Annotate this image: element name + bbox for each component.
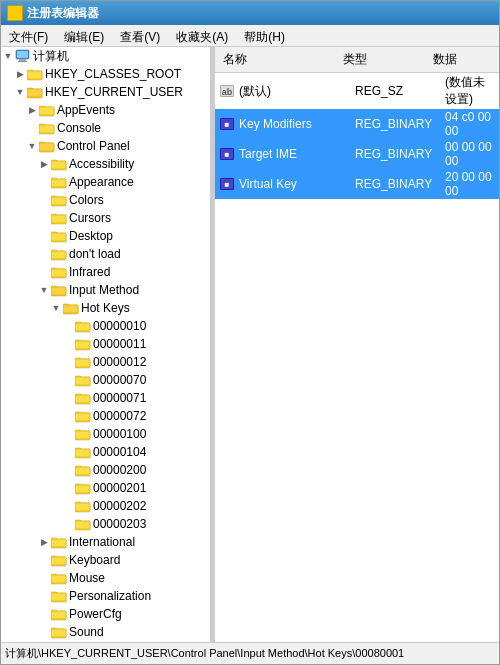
svg-rect-110 [51,539,66,547]
tree-item-hk00000203[interactable]: 00000203 [1,515,210,533]
tree-label-accessibility: Accessibility [69,157,134,171]
tree-item-infrared[interactable]: Infrared [1,263,210,281]
svg-rect-90 [75,449,90,457]
reg-row-keymod[interactable]: ■Key ModifiersREG_BINARY04 c0 00 00 [215,109,499,139]
tree-label-hk00000104: 00000104 [93,445,146,459]
tree-expander-hk00000070 [61,371,75,389]
tree-expander-hk00000200 [61,461,75,479]
tree-item-accessibility[interactable]: ▶ Accessibility [1,155,210,173]
svg-rect-130 [51,629,66,637]
tree-item-hk00000010[interactable]: 00000010 [1,317,210,335]
tree-item-hk00000200[interactable]: 00000200 [1,461,210,479]
svg-rect-10 [27,89,42,97]
tree-item-desktop[interactable]: Desktop [1,227,210,245]
tree-expander-appearance [37,173,51,191]
tree-item-hk00000201[interactable]: 00000201 [1,479,210,497]
reg-cell-name-default: (默认) [239,83,355,100]
menu-item-v[interactable]: 查看(V) [112,27,168,44]
tree-item-hk00000012[interactable]: 00000012 [1,353,210,371]
tree-item-hk00000011[interactable]: 00000011 [1,335,210,353]
tree-item-mouse[interactable]: Mouse [1,569,210,587]
folder-icon [27,67,43,81]
folder-icon [51,247,67,261]
tree-label-desktop: Desktop [69,229,113,243]
tree-item-controlpanel[interactable]: ▼ Control Panel [1,137,210,155]
tree-expander-hotkeys[interactable]: ▼ [49,299,63,317]
tree-expander-powercfg [37,605,51,623]
svg-rect-50 [51,269,66,277]
tree-item-international[interactable]: ▶ International [1,533,210,551]
tree-label-computer: 计算机 [33,48,69,65]
tree-label-console: Console [57,121,101,135]
values-list[interactable]: ab(默认)REG_SZ(数值未设置)■Key ModifiersREG_BIN… [215,73,499,642]
tree-item-colors[interactable]: Colors [1,191,210,209]
tree-item-keyboard[interactable]: Keyboard [1,551,210,569]
tree-item-hkcr[interactable]: ▶ HKEY_CLASSES_ROOT [1,65,210,83]
reg-row-default[interactable]: ab(默认)REG_SZ(数值未设置) [215,73,499,109]
folder-icon [75,499,91,513]
svg-rect-22 [39,143,54,151]
tree-expander-hk00000012 [61,353,75,371]
computer-icon [15,49,31,63]
status-text: 计算机\HKEY_CURRENT_USER\Control Panel\Inpu… [5,646,404,661]
window-title: 注册表编辑器 [27,5,99,22]
tree-label-dontload: don't load [69,247,121,261]
tree-expander-console [25,119,39,137]
tree-item-console[interactable]: Console [1,119,210,137]
tree-item-personalization[interactable]: Personalization [1,587,210,605]
svg-rect-86 [75,431,90,439]
tree-expander-hk00000072 [61,407,75,425]
reg-sz-icon: ab [219,84,235,98]
tree-expander-international[interactable]: ▶ [37,533,51,551]
reg-row-virtualkey[interactable]: ■Virtual KeyREG_BINARY20 00 00 00 [215,169,499,199]
menu-item-e[interactable]: 编辑(E) [56,27,112,44]
tree-item-hk00000070[interactable]: 00000070 [1,371,210,389]
tree-expander-inputmethod[interactable]: ▼ [37,281,51,299]
menu-item-f[interactable]: 文件(F) [1,27,56,44]
reg-row-targetime[interactable]: ■Target IMEREG_BINARY00 00 00 00 [215,139,499,169]
svg-rect-54 [51,287,66,295]
tree-label-hkcr: HKEY_CLASSES_ROOT [45,67,181,81]
tree-expander-accessibility[interactable]: ▶ [37,155,51,173]
main-window: 注册表编辑器 文件(F)编辑(E)查看(V)收藏夹(A)帮助(H) ▼ 计算机▶… [0,0,500,665]
bin-label: ■ [220,118,234,130]
svg-rect-3 [18,61,27,62]
tree-item-appearance[interactable]: Appearance [1,173,210,191]
tree-item-computer[interactable]: ▼ 计算机 [1,47,210,65]
folder-icon [63,301,79,315]
tree-item-appevents[interactable]: ▶ AppEvents [1,101,210,119]
tree-label-hotkeys: Hot Keys [81,301,130,315]
tree-item-hk00000104[interactable]: 00000104 [1,443,210,461]
tree-item-inputmethod[interactable]: ▼ Input Method [1,281,210,299]
tree-label-infrared: Infrared [69,265,110,279]
menu-bar: 文件(F)编辑(E)查看(V)收藏夹(A)帮助(H) [1,25,499,47]
tree-label-hk00000203: 00000203 [93,517,146,531]
folder-icon [75,355,91,369]
status-bar: 计算机\HKEY_CURRENT_USER\Control Panel\Inpu… [1,642,499,664]
tree-expander-computer[interactable]: ▼ [1,47,15,65]
tree-item-hkcu[interactable]: ▼ HKEY_CURRENT_USER [1,83,210,101]
registry-tree[interactable]: ▼ 计算机▶ HKEY_CLASSES_ROOT▼ HKEY_CURRENT_U… [1,47,211,642]
tree-item-hk00000100[interactable]: 00000100 [1,425,210,443]
tree-item-sound[interactable]: Sound [1,623,210,641]
tree-label-hk00000071: 00000071 [93,391,146,405]
menu-item-h[interactable]: 帮助(H) [236,27,293,44]
tree-item-hk00000202[interactable]: 00000202 [1,497,210,515]
tree-item-hk00000072[interactable]: 00000072 [1,407,210,425]
tree-item-hk00000071[interactable]: 00000071 [1,389,210,407]
svg-rect-74 [75,377,90,385]
tree-item-hotkeys[interactable]: ▼ Hot Keys [1,299,210,317]
menu-item-a[interactable]: 收藏夹(A) [168,27,236,44]
tree-item-cursors[interactable]: Cursors [1,209,210,227]
tree-item-dontload[interactable]: don't load [1,245,210,263]
tree-label-appevents: AppEvents [57,103,115,117]
tree-expander-hk00000203 [61,515,75,533]
tree-expander-hkcr[interactable]: ▶ [13,65,27,83]
tree-expander-hkcu[interactable]: ▼ [13,83,27,101]
tree-expander-personalization [37,587,51,605]
tree-label-hk00000011: 00000011 [93,337,146,351]
tree-expander-appevents[interactable]: ▶ [25,101,39,119]
tree-item-powercfg[interactable]: PowerCfg [1,605,210,623]
tree-expander-controlpanel[interactable]: ▼ [25,137,39,155]
svg-rect-38 [51,215,66,223]
